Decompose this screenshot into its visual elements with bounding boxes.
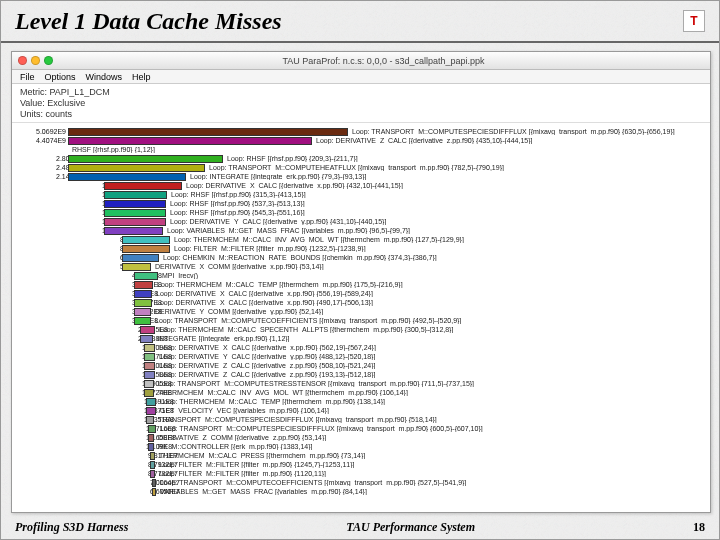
- bar-icon[interactable]: [152, 479, 156, 487]
- bar-row[interactable]: 3.0922E8DERIVATIVE_Y_COMM [{derivative_y…: [20, 307, 706, 316]
- bar-row[interactable]: 2.7385E8Loop: THERMCHEM_M::CALC_SPECENTH…: [20, 325, 706, 334]
- bar-icon[interactable]: [104, 209, 166, 217]
- bar-icon[interactable]: [122, 263, 151, 271]
- bar-row[interactable]: 6.6050E7VARIABLES_M::GET_MASS_FRAC [{var…: [20, 487, 706, 496]
- zoom-icon[interactable]: [44, 56, 53, 65]
- bar-icon[interactable]: [134, 317, 151, 325]
- bar-icon[interactable]: [144, 389, 154, 397]
- bar-row[interactable]: 1.1309E9Loop: RHSF [{rhsf.pp.f90} {537,3…: [20, 199, 706, 208]
- bar-row[interactable]: 1.1285E9Loop: RHSF [{rhsf.pp.f90} {545,3…: [20, 208, 706, 217]
- bar-icon[interactable]: [104, 200, 166, 208]
- bar-icon[interactable]: [148, 434, 154, 442]
- bar-icon[interactable]: [122, 236, 170, 244]
- bar-row[interactable]: 1.7591E8Loop: THERMCHEM_M::CALC_TEMP [{t…: [20, 397, 706, 406]
- bar-value: 1.5351E8: [20, 416, 146, 423]
- bar-label: Loop: DERIVATIVE_Y_CALC [{derivative_y.p…: [155, 353, 375, 360]
- close-icon[interactable]: [18, 56, 27, 65]
- bar-row[interactable]: 4.4074E9Loop: DERIVATIVE_Z_CALC [{deriva…: [20, 136, 706, 145]
- bar-row[interactable]: 8.7932E7Loop: FILTER_M::FILTER [{filter_…: [20, 460, 706, 469]
- bar-row[interactable]: 1.1279E9Loop: DERIVATIVE_Y_CALC [{deriva…: [20, 217, 706, 226]
- bar-row[interactable]: 3.3057E8Loop: DERIVATIVE_X_CALC [{deriva…: [20, 298, 706, 307]
- menu-help[interactable]: Help: [132, 72, 151, 82]
- bar-icon[interactable]: [150, 461, 155, 469]
- bar-icon[interactable]: [68, 128, 348, 136]
- bar-icon[interactable]: [134, 272, 158, 280]
- bar-icon[interactable]: [144, 371, 155, 379]
- menu-windows[interactable]: Windows: [86, 72, 123, 82]
- bar-row[interactable]: 2.3488E8INTEGRATE [{integrate_erk.pp.f90…: [20, 334, 706, 343]
- bar-row[interactable]: 3.307E8Loop: DERIVATIVE_X_CALC [{derivat…: [20, 289, 706, 298]
- bar-row[interactable]: 2.8022E9Loop: RHSF [{rhsf.pp.f90} {209,3…: [20, 154, 706, 163]
- bar-icon[interactable]: [134, 290, 152, 298]
- bar-row[interactable]: 1.8905E8Loop: TRANSPORT_M::COMPUTESTRESS…: [20, 379, 706, 388]
- bar-icon[interactable]: [140, 335, 153, 343]
- bar-value: 6.6101E8: [20, 254, 122, 261]
- bar-row[interactable]: 3.026E8Loop: TRANSPORT_M::COMPUTECOEFFIC…: [20, 316, 706, 325]
- bar-label: Loop: TRANSPORT_M::COMPUTESPECIESDIFFFLU…: [348, 128, 675, 135]
- bar-row[interactable]: RHSF [{rhsf.pp.f90} {1,12}]: [20, 145, 706, 154]
- bar-icon[interactable]: [122, 245, 170, 253]
- bar-icon[interactable]: [148, 443, 154, 451]
- bar-row[interactable]: 2.4851E9Loop: TRANSPORT_M::COMPUTEHEATFL…: [20, 163, 706, 172]
- bar-row[interactable]: 1.8724E8THERMCHEM_M::CALC_INV_AVG_MOL_WT…: [20, 388, 706, 397]
- bar-icon[interactable]: [104, 191, 167, 199]
- bar-row[interactable]: 5.0692E9Loop: TRANSPORT_M::COMPUTESPECIE…: [20, 127, 706, 136]
- bar-value: 1.3716E8: [20, 425, 148, 432]
- bar-value: 3.3057E8: [20, 299, 134, 306]
- bar-icon[interactable]: [146, 398, 156, 406]
- bar-icon[interactable]: [104, 227, 163, 235]
- bar-icon[interactable]: [144, 362, 155, 370]
- bar-icon[interactable]: [140, 326, 155, 334]
- bar-icon[interactable]: [68, 137, 312, 145]
- bar-icon[interactable]: [104, 182, 182, 190]
- bar-icon[interactable]: [148, 425, 156, 433]
- bar-value: 1.8724E8: [20, 389, 144, 396]
- bar-icon[interactable]: [68, 155, 223, 163]
- bar-row[interactable]: 2.1401E9Loop: INTEGRATE [{integrate_erk.…: [20, 172, 706, 181]
- bar-icon[interactable]: [134, 308, 151, 316]
- bar-icon[interactable]: [152, 488, 156, 496]
- bar-row[interactable]: 1.109E8RK_M::CONTROLLER [{erk_m.pp.f90} …: [20, 442, 706, 451]
- bar-row[interactable]: 4.3883E8MPI_Irecv(): [20, 271, 706, 280]
- bar-row[interactable]: 7.0064E7Loop: TRANSPORT_M::COMPUTECOEFFI…: [20, 478, 706, 487]
- bar-icon[interactable]: [144, 344, 155, 352]
- bar-row[interactable]: 8.7782E7Loop: FILTER_M::FILTER [{filter_…: [20, 469, 706, 478]
- bar-icon[interactable]: [104, 218, 166, 226]
- bar-row[interactable]: 1.9171E8Loop: DERIVATIVE_Y_CALC [{deriva…: [20, 352, 706, 361]
- bar-icon[interactable]: [144, 353, 155, 361]
- window-titlebar[interactable]: TAU ParaProf: n.c.s: 0,0,0 - s3d_callpat…: [12, 52, 710, 70]
- menu-options[interactable]: Options: [45, 72, 76, 82]
- bar-row[interactable]: 1.1453E9Loop: RHSF [{rhsf.pp.f90} {315,3…: [20, 190, 706, 199]
- bar-row[interactable]: 9.8171E7THERMCHEM_M::CALC_PRESS [{thermc…: [20, 451, 706, 460]
- bar-row[interactable]: 1.9709E8Loop: DERIVATIVE_X_CALC [{deriva…: [20, 343, 706, 352]
- bar-row[interactable]: 1.41E9Loop: DERIVATIVE_X_CALC [{derivati…: [20, 181, 706, 190]
- bar-row[interactable]: 1.9158E8Loop: DERIVATIVE_Z_CALC [{deriva…: [20, 370, 706, 379]
- bar-icon[interactable]: [134, 281, 153, 289]
- bar-row[interactable]: 8.7678E8Loop: FILTER_M::FILTER [{filter_…: [20, 244, 706, 253]
- bar-chart[interactable]: 5.0692E9Loop: TRANSPORT_M::COMPUTESPECIE…: [12, 123, 710, 513]
- bar-icon[interactable]: [68, 173, 186, 181]
- bar-row[interactable]: 3.3466E8Loop: THERMCHEM_M::CALC_TEMP [{t…: [20, 280, 706, 289]
- bar-row[interactable]: 5.2175E8DERIVATIVE_X_COMM [{derivative_x…: [20, 262, 706, 271]
- bar-row[interactable]: 1.9101E8Loop: DERIVATIVE_Z_CALC [{deriva…: [20, 361, 706, 370]
- profiler-window: TAU ParaProf: n.c.s: 0,0,0 - s3d_callpat…: [11, 51, 711, 513]
- bar-icon[interactable]: [134, 299, 152, 307]
- bar-icon[interactable]: [122, 254, 159, 262]
- bar-row[interactable]: 1.5351E8TRANSPORT_M::COMPUTESPECIESDIFFF…: [20, 415, 706, 424]
- bar-icon[interactable]: [150, 452, 155, 460]
- bar-icon[interactable]: [146, 416, 154, 424]
- bar-icon[interactable]: [144, 380, 154, 388]
- bar-row[interactable]: 1.1658E8DERIVATIVE_Z_COMM [{derivative_z…: [20, 433, 706, 442]
- bar-row[interactable]: 8.7601E8Loop: THERMCHEM_M::CALC_INV_AVG_…: [20, 235, 706, 244]
- bar-icon[interactable]: [150, 470, 155, 478]
- bar-row[interactable]: 1.3716E8Loop: TRANSPORT_M::COMPUTESPECIE…: [20, 424, 706, 433]
- bar-row[interactable]: 1.0725E9Loop: VARIABLES_M::GET_MASS_FRAC…: [20, 226, 706, 235]
- bar-icon[interactable]: [146, 407, 156, 415]
- bar-icon[interactable]: [68, 164, 205, 172]
- minimize-icon[interactable]: [31, 56, 40, 65]
- bar-row[interactable]: 1.7371E8GET_VELOCITY_VEC [{variables_m.p…: [20, 406, 706, 415]
- bar-label: Loop: FILTER_M::FILTER [{filter_m.pp.f90…: [155, 461, 354, 468]
- menu-file[interactable]: File: [20, 72, 35, 82]
- bar-label: Loop: DERIVATIVE_X_CALC [{derivative_x.p…: [152, 290, 373, 297]
- bar-row[interactable]: 6.6101E8Loop: CHEMKIN_M::REACTION_RATE_B…: [20, 253, 706, 262]
